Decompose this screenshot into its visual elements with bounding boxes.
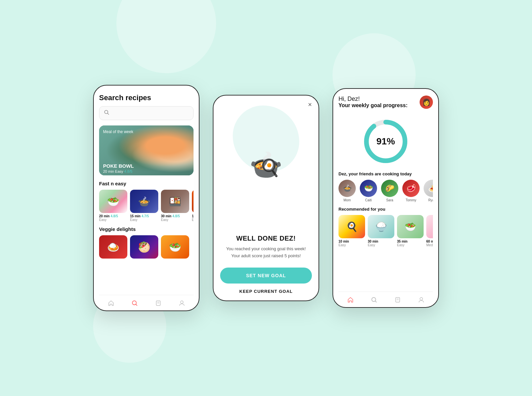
rec-card-1[interactable]: 10 min Easy — [338, 215, 365, 247]
rec-card-2[interactable]: 30 min Easy — [368, 215, 394, 247]
rec-meta-1: 10 min — [338, 240, 365, 243]
recipe-diff-1: Easy — [99, 218, 127, 222]
meal-of-week-card[interactable]: Meal of the week POKE BOWL 20 min Easy 4… — [99, 125, 194, 175]
friend-mom[interactable]: 🍲 Mom — [338, 180, 356, 202]
svg-point-7 — [181, 301, 183, 303]
friend-ryan[interactable]: 🍝 Ryan — [424, 180, 433, 202]
rec-thumb-1 — [338, 215, 365, 238]
search-title: Search recipes — [99, 94, 194, 102]
meal-time: 20 min — [103, 169, 114, 173]
donut-wrap: 91% — [359, 115, 412, 168]
friend-tommy[interactable]: 🥩 Tommy — [402, 180, 420, 202]
recipe-diff-2: Easy — [130, 218, 158, 222]
recipe-diff-3: Easy — [161, 218, 189, 222]
user-avatar[interactable]: 👩 — [420, 96, 433, 109]
friend-avatar-mom: 🍲 — [338, 180, 356, 197]
recipe-card-3[interactable]: 30 min 4.8/5 Easy — [161, 190, 189, 222]
phone3-nav — [338, 292, 433, 307]
meal-rating: 4.8/5 — [124, 169, 132, 173]
nav-home[interactable] — [107, 299, 115, 307]
veggie-title: Veggie delights — [99, 226, 194, 232]
p3-nav-profile[interactable] — [417, 296, 425, 304]
meal-name: POKE BOWL — [103, 163, 134, 169]
veggie-thumb-2 — [130, 235, 158, 259]
nav-cookbook[interactable] — [154, 299, 162, 307]
rec-diff-4: Medium — [426, 243, 433, 247]
recipe-card-1[interactable]: 20 min 4.8/5 Easy — [99, 190, 127, 222]
veggie-card-1[interactable] — [99, 235, 127, 260]
rec-diff-3: Easy — [397, 243, 424, 247]
friend-avatar-sara: 🌮 — [381, 180, 398, 197]
friend-avatar-caiti: 🥗 — [360, 180, 377, 197]
recipe-card-2[interactable]: 15 min 4.7/5 Easy — [130, 190, 158, 222]
fast-easy-row: 20 min 4.8/5 Easy 15 min 4.7/5 Easy 30 m… — [99, 190, 194, 222]
rec-thumb-3 — [397, 215, 424, 238]
meal-difficulty: Easy — [115, 169, 124, 173]
subtitle-text: Your weekly goal progress: — [338, 102, 408, 108]
meal-meta: 20 min Easy 4.8/5 — [103, 169, 132, 173]
rec-diff-2: Easy — [368, 243, 394, 247]
recipe-thumb-2 — [130, 190, 158, 213]
nav-profile[interactable] — [178, 299, 186, 307]
progress-percent-label: 91% — [376, 136, 395, 147]
friend-sara[interactable]: 🌮 Sara — [381, 180, 398, 202]
veggie-card-3[interactable] — [161, 235, 189, 260]
keep-current-goal-button[interactable]: KEEP CURRENT GOAL — [220, 289, 312, 294]
friend-name-tommy: Tommy — [406, 198, 416, 202]
recipe-meta-2: 15 min 4.7/5 — [130, 214, 158, 218]
phone3-content: Hi, Dez! Your weekly goal progress: 👩 91… — [333, 89, 438, 307]
rec-thumb-2 — [368, 215, 394, 238]
recipe-thumb-4 — [192, 190, 194, 213]
greeting-text: Hi, Dez! — [338, 96, 408, 102]
phone1-nav — [99, 295, 194, 310]
recipe-meta-4: 10 — [192, 214, 194, 218]
friend-name-ryan: Ryan — [428, 198, 433, 202]
rec-meta-2: 30 min — [368, 240, 394, 243]
svg-line-1 — [108, 113, 109, 115]
fast-easy-title: Fast n easy — [99, 181, 194, 186]
veggie-row — [99, 235, 194, 260]
rec-card-3[interactable]: 35 min Easy — [397, 215, 424, 247]
achievement-title: WELL DONE DEZ! — [220, 235, 312, 242]
recommendations-row: 10 min Easy 30 min Easy 35 min Easy 60 m… — [338, 215, 433, 247]
set-new-goal-button[interactable]: SET NEW GOAL — [220, 268, 312, 284]
phone-search: Search recipes Meal of the week POKE BOW… — [93, 85, 200, 311]
achievement-description: You reached your cooking goal this week!… — [220, 246, 312, 260]
recipe-meta-3: 30 min 4.8/5 — [161, 214, 189, 218]
svg-point-15 — [420, 297, 423, 300]
veggie-card-2[interactable] — [130, 235, 158, 260]
p3-nav-search[interactable] — [370, 296, 378, 304]
rec-card-4[interactable]: 60 min Medium — [426, 215, 433, 247]
friends-title: Dez, your friends are cooking today — [338, 171, 433, 176]
pan-illustration: 🍳 — [259, 158, 280, 177]
friend-name-mom: Mom — [343, 198, 351, 202]
recipe-diff-4: Ea... — [192, 218, 194, 222]
phone3-header: Hi, Dez! Your weekly goal progress: 👩 — [338, 96, 433, 109]
search-icon — [104, 110, 109, 116]
friend-name-caiti: Caiti — [365, 198, 372, 202]
progress-donut: 91% — [338, 115, 433, 168]
p3-nav-cookbook[interactable] — [394, 296, 402, 304]
veggie-thumb-3 — [161, 235, 189, 259]
friends-row: 🍲 Mom 🥗 Caiti 🌮 Sara 🥩 Tommy 🍝 Ry — [338, 180, 433, 202]
search-bar[interactable] — [99, 106, 194, 120]
recipe-thumb-3 — [161, 190, 189, 213]
phone1-content: Search recipes Meal of the week POKE BOW… — [94, 86, 199, 310]
recipe-meta-1: 20 min 4.8/5 — [99, 214, 127, 218]
nav-search[interactable] — [131, 299, 139, 307]
rec-meta-4: 60 min — [426, 240, 433, 243]
rec-thumb-4 — [426, 215, 433, 238]
bg-decoration-1 — [116, 0, 216, 73]
rec-meta-3: 35 min — [397, 240, 424, 243]
achievement-illustration: 🍲 🍳 — [220, 102, 312, 235]
phone2-content: × 🍲 🍳 WELL DONE DEZ! You reached your co… — [213, 96, 319, 300]
friend-avatar-tommy: 🥩 — [402, 180, 420, 197]
recipe-card-4[interactable]: 10 Ea... — [192, 190, 194, 222]
friend-caiti[interactable]: 🥗 Caiti — [360, 180, 377, 202]
phone3-greeting-block: Hi, Dez! Your weekly goal progress: — [338, 96, 408, 108]
phone-achievement: × 🍲 🍳 WELL DONE DEZ! You reached your co… — [213, 95, 319, 301]
rec-title: Recommended for you — [338, 207, 433, 212]
friend-avatar-ryan: 🍝 — [424, 180, 433, 197]
p3-nav-home[interactable] — [346, 296, 354, 304]
friend-name-sara: Sara — [386, 198, 393, 202]
